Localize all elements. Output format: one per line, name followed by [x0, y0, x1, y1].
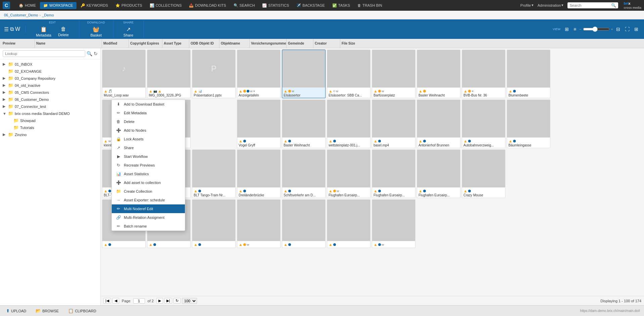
sidebar-search-icon[interactable]: 🔍: [87, 51, 92, 56]
ctx-lock-assets[interactable]: 🔒 Lock Assets: [112, 135, 185, 143]
ctx-create-collection[interactable]: 📁 Create Collection: [112, 187, 185, 196]
sidebar-search-input[interactable]: [3, 50, 85, 57]
app-logo[interactable]: C: [3, 2, 12, 9]
nav-statistics[interactable]: 📈 STATISTICS: [259, 2, 292, 9]
nav-keywords[interactable]: 🔑 KEYWORDS: [77, 2, 111, 9]
first-page-button[interactable]: |◀: [103, 298, 111, 304]
th-odb-id[interactable]: ODB Objekt ID: [189, 39, 219, 48]
sidebar-item-zinzino[interactable]: ▶ 📁 Zinzino: [0, 131, 100, 138]
prev-page-button[interactable]: ◀: [112, 298, 119, 304]
th-asset-type[interactable]: Asset Type: [162, 39, 189, 48]
asset-basler-weihnacht1[interactable]: ▲ Basler Weihnacht: [417, 50, 460, 98]
page-input[interactable]: [133, 298, 145, 304]
asset-basler-weihnacht2[interactable]: ▲ Basler Weihnacht: [282, 100, 326, 148]
administration-button[interactable]: Administration ▾: [538, 3, 564, 7]
asset-img-0306[interactable]: ▲ 📷 ▲ IMG_0306_3226.JPG: [147, 50, 191, 98]
th-versicherung[interactable]: Versicherungsnummer: [250, 39, 287, 48]
asset-schiffsverkehr[interactable]: ▲ Schifsverkehr am D...: [282, 149, 326, 198]
asset-antonierhof[interactable]: ▲ Antonierhof Brunnen: [417, 100, 460, 148]
ctx-add-collection[interactable]: ➕ Add asset to collection: [112, 178, 185, 187]
tree-toggle-old[interactable]: ▶: [3, 83, 7, 87]
asset-autobahn[interactable]: ▲ Autobahnverzweig...: [462, 100, 505, 148]
nav-workspace[interactable]: 📁 WORKSPACE: [40, 2, 77, 9]
th-copyright[interactable]: Copyright Expires: [129, 39, 162, 48]
ctx-batch-rename[interactable]: ✏ Batch rename: [112, 222, 185, 231]
zoom-slider[interactable]: [583, 26, 610, 32]
tree-toggle-cms[interactable]: ▶: [3, 90, 7, 94]
sidebar-refresh-icon[interactable]: ↻: [94, 51, 98, 56]
th-preview[interactable]: Preview: [1, 39, 35, 48]
asset-flughafen3[interactable]: ▲ Flughafen Euroairp...: [417, 149, 460, 198]
asset-flughafen2[interactable]: ▲ Flughafen Euroairp...: [372, 149, 415, 198]
details-view-button[interactable]: ⊟: [614, 25, 622, 33]
asset-music-loop[interactable]: ♪ ▲ 🎵 Music_Loop.wav: [102, 50, 146, 98]
asset-dreilander[interactable]: ▲ Dreiländerbrücke: [237, 149, 281, 198]
tag-button[interactable]: W: [15, 26, 20, 32]
delete-button[interactable]: 🗑 Delete: [56, 25, 71, 38]
ctx-share[interactable]: ↗ Share: [112, 143, 185, 152]
asset-row3-4[interactable]: ▲ W: [237, 199, 281, 248]
columns-button[interactable]: ⊞: [633, 25, 640, 33]
ctx-recreate-previews[interactable]: ↻ Recreate Previews: [112, 161, 185, 170]
th-name[interactable]: Name: [35, 39, 102, 48]
ctx-delete[interactable]: 🗑 Delete: [112, 117, 185, 126]
refresh-button[interactable]: ↻: [174, 298, 181, 304]
sidebar-item-connector-test[interactable]: ▶ 📁 07_Connector_test: [0, 103, 100, 110]
asset-row3-7[interactable]: ▲ W: [372, 199, 415, 248]
asset-basel-mp4[interactable]: ▲ basel.mp4: [372, 100, 415, 148]
sidebar-item-cms[interactable]: ▶ 📁 05_CMS Connectors: [0, 89, 100, 96]
tree-toggle-customer[interactable]: ▶: [3, 97, 7, 102]
asset-blumenbeete[interactable]: ▲ Blumenbeete: [507, 50, 550, 98]
browse-button[interactable]: 📂 BROWSE: [34, 307, 61, 314]
nav-backstage[interactable]: ✈️ BACKSTAGE: [293, 2, 328, 9]
share-button[interactable]: ↗ Share: [121, 25, 135, 38]
profile-button[interactable]: Profile ▾: [521, 3, 534, 7]
clipboard-button[interactable]: 📋 CLIPBOARD: [66, 307, 98, 314]
asset-vogel-gryff[interactable]: ▲ Vogel Gryff: [237, 100, 281, 148]
upload-button[interactable]: ⬆ UPLOAD: [4, 307, 28, 314]
nav-collections[interactable]: 📊 COLLECTIONS: [146, 2, 185, 9]
sidebar-item-company[interactable]: ▶ 📁 03_Company Repository: [0, 75, 100, 82]
tree-toggle-connector[interactable]: ▶: [3, 104, 7, 109]
th-file-size[interactable]: File Size: [340, 39, 364, 48]
tree-toggle-zinzino[interactable]: ▶: [3, 132, 7, 137]
asset-elsaessertor[interactable]: ▲ W Elsässertor: [282, 50, 326, 98]
ctx-add-download[interactable]: ⬇ Add to Download Basket: [112, 100, 185, 109]
asset-baeumleingasse[interactable]: ▲ Bäumleingasse: [507, 100, 550, 148]
ctx-asset-exporter[interactable]: → Asset Exporter: schedule: [112, 196, 185, 204]
grid-view-button[interactable]: ⊞: [563, 25, 571, 33]
sidebar-item-inbox[interactable]: ▶ 📁 01_INBOX: [0, 61, 100, 68]
search-input[interactable]: [569, 3, 610, 7]
metadata-button[interactable]: 📋 Metadata: [34, 25, 53, 38]
tree-toggle-brix[interactable]: ▼: [3, 112, 7, 116]
th-objektname[interactable]: Objektname: [219, 39, 250, 48]
ctx-add-nodes[interactable]: ➕ Add to Nodes: [112, 126, 185, 135]
asset-row3-5[interactable]: ▲: [282, 199, 326, 248]
asset-flughafen1[interactable]: ▲ W Flughafen Euroairp...: [327, 149, 370, 198]
asset-presentation[interactable]: P ▲ 📊 Präsentation1.pptx: [192, 50, 236, 98]
th-gemeinde[interactable]: Gemeinde: [287, 39, 313, 48]
sidebar-item-tutorials[interactable]: 📁 Tutorials: [0, 124, 100, 131]
list-view-button[interactable]: ≡: [572, 25, 578, 33]
ctx-multi-noderef[interactable]: ✏ Multi Noderef Edit: [112, 204, 185, 213]
sidebar-item-old-inactive[interactable]: ▶ 📁 04_old_inactive: [0, 82, 100, 89]
nav-products[interactable]: ⭐ PRODUCTS: [112, 2, 146, 9]
asset-blt-tango[interactable]: ▲ BLT Tango-Tram Nr...: [192, 149, 236, 198]
panel-toggle-button[interactable]: ☰: [4, 26, 9, 33]
ctx-start-workflow[interactable]: ▶ Start Workflow: [112, 152, 185, 161]
next-page-button[interactable]: ▶: [156, 298, 163, 304]
tree-toggle-company[interactable]: ▶: [3, 76, 7, 80]
layers-button[interactable]: ⧉: [10, 26, 14, 32]
sidebar-item-brix-standard[interactable]: ▼ 📁 brix cross media Standard DEMO: [0, 110, 100, 117]
asset-wettsteinplatz[interactable]: ▲ wettsteinplatz-001.j...: [327, 100, 370, 148]
per-page-select[interactable]: 50 100 200: [182, 298, 197, 304]
asset-sbb[interactable]: ▲ © W Elsässertor: SBB Ca...: [327, 50, 370, 98]
nav-home[interactable]: 🏠 HOME: [15, 2, 39, 9]
breadcrumb-item-2[interactable]: _Demo: [42, 13, 54, 17]
ctx-asset-statistics[interactable]: 📊 Asset Statistics: [112, 170, 185, 178]
search-box[interactable]: 🔍: [567, 2, 618, 8]
asset-barfuesserplatz[interactable]: ▲ W Barfüsserplatz: [372, 50, 415, 98]
asset-anzeigetafeln[interactable]: ▲ W ✕ Anzeigetafeln: [237, 50, 281, 98]
sidebar-item-showpad[interactable]: 📁 Showpad: [0, 117, 100, 124]
asset-row3-6[interactable]: ▲: [327, 199, 370, 248]
